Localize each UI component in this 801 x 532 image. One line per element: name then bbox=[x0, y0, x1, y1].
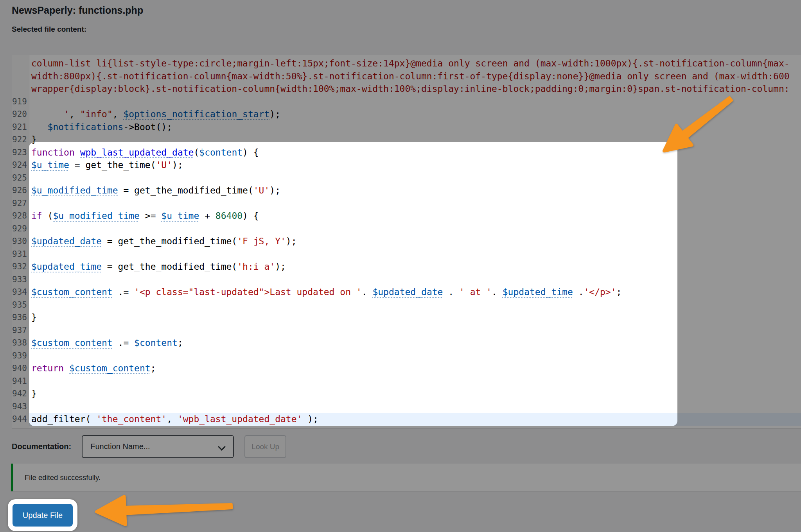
code-line: add_filter( 'the_content', 'wpb_last_upd… bbox=[29, 413, 801, 426]
line-number: 927 bbox=[12, 197, 29, 210]
code-line: column-list li{list-style-type:circle;ma… bbox=[29, 57, 801, 70]
code-line: $updated_time = get_the_modified_time('h… bbox=[29, 260, 801, 273]
code-line: $notifications->Boot(); bbox=[29, 121, 801, 134]
code-line: return $custom_content; bbox=[29, 362, 801, 375]
line-number: 931 bbox=[12, 248, 29, 261]
code-line bbox=[29, 248, 801, 261]
line-number: 930 bbox=[12, 235, 29, 248]
function-name-select-value: Function Name... bbox=[90, 442, 150, 451]
success-notice: File edited successfully. bbox=[11, 464, 801, 491]
code-lines: column-list li{list-style-type:circle;ma… bbox=[29, 55, 801, 428]
line-number: 934 bbox=[12, 286, 29, 299]
code-line bbox=[29, 273, 801, 286]
code-line bbox=[29, 299, 801, 312]
line-number-gutter: 9199209219229239249259269279289299309319… bbox=[12, 55, 29, 428]
chevron-down-icon bbox=[218, 443, 226, 451]
code-line: ', "info", $options_notification_start); bbox=[29, 108, 801, 121]
line-number: 923 bbox=[12, 146, 29, 159]
code-line bbox=[29, 400, 801, 413]
line-number: 936 bbox=[12, 311, 29, 324]
page-title: NewsPaperly: functions.php bbox=[12, 5, 143, 16]
line-number: 924 bbox=[12, 159, 29, 172]
line-number: 943 bbox=[12, 400, 29, 413]
code-line bbox=[29, 197, 801, 210]
look-up-button-label: Look Up bbox=[251, 442, 279, 451]
line-number: 942 bbox=[12, 387, 29, 400]
line-number: 940 bbox=[12, 362, 29, 375]
arrow-to-update-button bbox=[97, 496, 232, 525]
line-number: 944 bbox=[12, 413, 29, 426]
line-number: 929 bbox=[12, 222, 29, 235]
line-number: 939 bbox=[12, 349, 29, 362]
documentation-label: Documentation: bbox=[12, 442, 71, 451]
line-number bbox=[12, 70, 29, 83]
line-number: 933 bbox=[12, 273, 29, 286]
line-number: 937 bbox=[12, 324, 29, 337]
code-line: if ($u_modified_time >= $u_time + 86400)… bbox=[29, 210, 801, 222]
code-line bbox=[29, 375, 801, 388]
code-line: wrapper{display:block}.st-notification-c… bbox=[29, 82, 801, 95]
code-line bbox=[29, 172, 801, 184]
line-number: 921 bbox=[12, 121, 29, 134]
code-line: $custom_content .= '<p class="last-updat… bbox=[29, 286, 801, 299]
code-line bbox=[29, 349, 801, 362]
code-line: $u_time = get_the_time('U'); bbox=[29, 159, 801, 172]
function-name-select[interactable]: Function Name... bbox=[82, 435, 234, 458]
line-number: 925 bbox=[12, 172, 29, 184]
line-number: 928 bbox=[12, 210, 29, 222]
documentation-row: Documentation: Function Name... Look Up bbox=[12, 435, 286, 458]
code-line: } bbox=[29, 387, 801, 400]
code-line bbox=[29, 324, 801, 337]
code-line: $updated_date = get_the_modified_time('F… bbox=[29, 235, 801, 248]
code-line: } bbox=[29, 133, 801, 146]
line-number: 926 bbox=[12, 184, 29, 197]
selected-file-content-label: Selected file content: bbox=[12, 25, 86, 34]
look-up-button[interactable]: Look Up bbox=[244, 435, 286, 458]
line-number: 919 bbox=[12, 95, 29, 108]
line-number: 938 bbox=[12, 337, 29, 349]
code-line: width:800px){.st-notification-column{max… bbox=[29, 70, 801, 83]
line-number: 935 bbox=[12, 299, 29, 312]
line-number: 941 bbox=[12, 375, 29, 388]
code-line bbox=[29, 95, 801, 108]
code-line: } bbox=[29, 311, 801, 324]
code-line: $custom_content .= $content; bbox=[29, 337, 801, 349]
code-line bbox=[29, 222, 801, 235]
code-line: function wpb_last_updated_date($content)… bbox=[29, 146, 801, 159]
line-number: 920 bbox=[12, 108, 29, 121]
line-number bbox=[12, 82, 29, 95]
code-line: $u_modified_time = get_the_modified_time… bbox=[29, 184, 801, 197]
line-number: 932 bbox=[12, 260, 29, 273]
code-editor[interactable]: 9199209219229239249259269279289299309319… bbox=[12, 55, 801, 428]
line-number bbox=[12, 57, 29, 70]
update-file-button[interactable]: Update File bbox=[13, 504, 73, 527]
line-number: 922 bbox=[12, 133, 29, 146]
success-notice-text: File edited successfully. bbox=[25, 473, 101, 482]
